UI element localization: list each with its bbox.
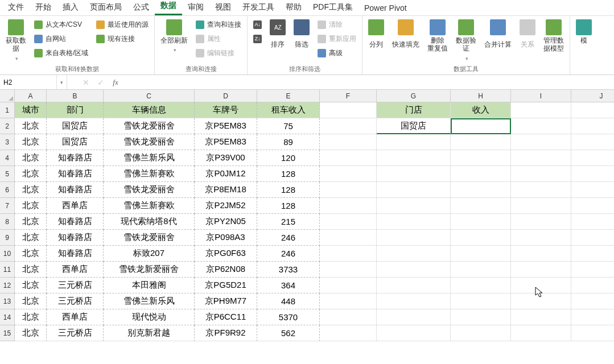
tab-开始[interactable]: 开始 xyxy=(30,1,57,15)
tab-文件[interactable]: 文件 xyxy=(2,1,30,15)
cell[interactable]: 雪佛兰新乐风 xyxy=(104,150,195,166)
column-header-A[interactable]: A xyxy=(15,90,47,102)
cell[interactable] xyxy=(511,325,571,341)
cell[interactable]: 128 xyxy=(257,182,320,198)
cell[interactable]: 别克新君越 xyxy=(104,325,195,341)
cell[interactable]: 西单店 xyxy=(47,309,104,325)
tab-页面布局[interactable]: 页面布局 xyxy=(84,1,127,15)
cell[interactable]: 国贸店 xyxy=(47,118,104,134)
cell[interactable]: 京PG0F63 xyxy=(195,246,257,262)
cell[interactable]: 京P5EM83 xyxy=(195,134,257,150)
name-box-dropdown[interactable]: ▾ xyxy=(57,75,67,89)
cell[interactable] xyxy=(511,278,571,293)
cell[interactable]: 京PG5D21 xyxy=(195,278,257,293)
cell[interactable] xyxy=(511,309,571,325)
cell[interactable] xyxy=(320,166,377,182)
cell[interactable]: 现代索纳塔8代 xyxy=(104,214,195,230)
cell[interactable] xyxy=(571,325,614,341)
from-web-button[interactable]: 自网站 xyxy=(32,32,90,45)
cell[interactable] xyxy=(320,246,377,262)
cell[interactable]: 租车收入 xyxy=(257,102,320,118)
row-header[interactable]: 6 xyxy=(0,182,15,198)
cell[interactable] xyxy=(511,262,571,278)
cell[interactable] xyxy=(571,118,614,134)
column-header-H[interactable]: H xyxy=(451,90,511,102)
sort-desc-button[interactable]: Z↓ xyxy=(251,32,264,45)
cell[interactable] xyxy=(377,230,451,246)
name-box[interactable] xyxy=(0,75,57,89)
cell[interactable]: 雪铁龙爱丽舍 xyxy=(104,118,195,134)
cell[interactable]: 西单店 xyxy=(47,262,104,278)
cell[interactable] xyxy=(320,134,377,150)
cell[interactable] xyxy=(571,150,614,166)
cell[interactable] xyxy=(320,262,377,278)
cell[interactable] xyxy=(377,309,451,325)
cell[interactable] xyxy=(511,293,571,309)
worksheet-grid[interactable]: 123456789101112131415 ABCDEFGHIJK 城市部门车辆… xyxy=(0,90,614,341)
cell[interactable] xyxy=(320,325,377,341)
cell[interactable]: 城市 xyxy=(15,102,47,118)
tab-Power Pivot[interactable]: Power Pivot xyxy=(358,2,413,15)
select-all-corner[interactable] xyxy=(0,90,15,102)
cell[interactable]: 3733 xyxy=(257,262,320,278)
cell[interactable]: 京PH9M77 xyxy=(195,293,257,309)
manage-data-model-button[interactable]: 管理数 据模型 xyxy=(541,18,566,54)
cell[interactable] xyxy=(511,118,571,134)
cell[interactable] xyxy=(451,182,511,198)
cell[interactable]: 京P098A3 xyxy=(195,230,257,246)
cell[interactable]: 雪佛兰新赛欧 xyxy=(104,166,195,182)
overflow-button[interactable]: 模 xyxy=(574,18,594,46)
cell[interactable]: 448 xyxy=(257,293,320,309)
cell[interactable]: 国贸店 xyxy=(47,134,104,150)
tab-公式[interactable]: 公式 xyxy=(127,1,155,15)
cell[interactable]: 北京 xyxy=(15,262,47,278)
cell[interactable] xyxy=(571,293,614,309)
cell[interactable] xyxy=(571,262,614,278)
row-header[interactable]: 15 xyxy=(0,325,15,341)
column-header-D[interactable]: D xyxy=(195,90,257,102)
cell[interactable] xyxy=(511,166,571,182)
cell[interactable] xyxy=(571,214,614,230)
cell[interactable]: 京P39V00 xyxy=(195,150,257,166)
cell[interactable] xyxy=(451,134,511,150)
row-header[interactable]: 3 xyxy=(0,134,15,150)
cell[interactable]: 收入 xyxy=(451,102,511,118)
cell[interactable]: 知春路店 xyxy=(47,246,104,262)
cell[interactable]: 西单店 xyxy=(47,198,104,214)
cell[interactable]: 北京 xyxy=(15,166,47,182)
cell[interactable]: 京P0JM12 xyxy=(195,166,257,182)
cell[interactable]: 知春路店 xyxy=(47,182,104,198)
sort-asc-button[interactable]: A↓ xyxy=(251,18,264,31)
cell[interactable] xyxy=(320,102,377,118)
formula-input[interactable] xyxy=(123,75,614,89)
cell[interactable]: 北京 xyxy=(15,325,47,341)
row-header[interactable]: 1 xyxy=(0,102,15,118)
cell[interactable] xyxy=(511,214,571,230)
cell[interactable] xyxy=(451,214,511,230)
get-data-button[interactable]: 获取数 据 xyxy=(3,18,28,63)
cell[interactable]: 北京 xyxy=(15,230,47,246)
cell[interactable] xyxy=(377,198,451,214)
cell[interactable]: 本田雅阁 xyxy=(104,278,195,293)
cell[interactable]: 门店 xyxy=(377,102,451,118)
row-header[interactable]: 10 xyxy=(0,246,15,262)
cell[interactable] xyxy=(451,325,511,341)
cell[interactable]: 246 xyxy=(257,246,320,262)
cell[interactable] xyxy=(571,134,614,150)
queries-connections-button[interactable]: 查询和连接 xyxy=(193,18,244,31)
cell[interactable] xyxy=(451,150,511,166)
row-header[interactable]: 11 xyxy=(0,262,15,278)
cell[interactable]: 京PY2N05 xyxy=(195,214,257,230)
column-header-E[interactable]: E xyxy=(257,90,320,102)
cell[interactable] xyxy=(451,246,511,262)
cell[interactable] xyxy=(320,309,377,325)
row-header[interactable]: 13 xyxy=(0,293,15,309)
recent-sources-button[interactable]: 最近使用的源 xyxy=(94,18,151,31)
text-to-columns-button[interactable]: 分列 xyxy=(366,18,386,54)
cell[interactable]: 标致207 xyxy=(104,246,195,262)
cell[interactable] xyxy=(377,150,451,166)
cell[interactable]: 现代悦动 xyxy=(104,309,195,325)
flash-fill-button[interactable]: 快速填充 xyxy=(390,18,422,54)
cell[interactable]: 北京 xyxy=(15,118,47,134)
cell[interactable] xyxy=(377,134,451,150)
